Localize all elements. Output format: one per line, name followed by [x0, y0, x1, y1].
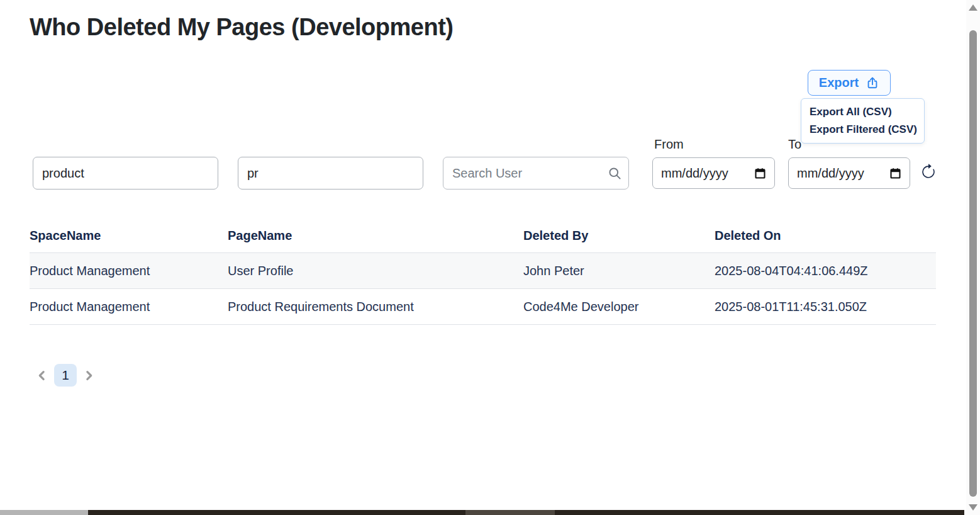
to-date-input[interactable]: mm/dd/yyyy	[788, 157, 910, 189]
from-label: From	[654, 137, 684, 152]
table-row[interactable]: Product Management Product Requirements …	[30, 289, 936, 325]
cell-deleted-on: 2025-08-04T04:41:06.449Z	[715, 264, 936, 278]
user-search-input[interactable]	[443, 157, 629, 190]
calendar-icon[interactable]	[889, 167, 902, 180]
vertical-scrollbar[interactable]	[966, 0, 980, 515]
space-filter-input[interactable]	[33, 157, 218, 190]
page-title: Who Deleted My Pages (Development)	[30, 14, 453, 41]
column-header-pagename: PageName	[228, 229, 523, 243]
column-header-deleted-by: Deleted By	[523, 229, 715, 243]
scrollbar-down-arrow-icon[interactable]	[969, 504, 977, 511]
table-row[interactable]: Product Management User Profile John Pet…	[30, 253, 936, 289]
bottom-edge-segment	[0, 510, 88, 515]
search-icon	[608, 166, 622, 183]
next-page-button[interactable]	[82, 369, 96, 382]
chevron-left-icon	[36, 370, 47, 381]
pagination: 1	[35, 364, 96, 387]
cell-page-name: User Profile	[228, 264, 523, 278]
bottom-edge-segment	[555, 510, 964, 515]
column-header-deleted-on: Deleted On	[715, 229, 936, 243]
cell-deleted-by: Code4Me Developer	[523, 300, 715, 314]
export-filtered-menu-item[interactable]: Export Filtered (CSV)	[801, 121, 924, 139]
to-label: To	[788, 137, 801, 152]
page-filter-input[interactable]	[238, 157, 423, 190]
refresh-button[interactable]	[920, 163, 938, 181]
export-button[interactable]: Export	[808, 70, 891, 96]
table-header-row: SpaceName PageName Deleted By Deleted On	[30, 222, 936, 253]
export-all-menu-item[interactable]: Export All (CSV)	[801, 103, 924, 121]
who-deleted-my-pages-app: Who Deleted My Pages (Development) Expor…	[0, 0, 980, 515]
export-button-label: Export	[819, 76, 859, 90]
bottom-edge-segment	[465, 510, 555, 515]
bottom-edge-segment	[88, 510, 465, 515]
chevron-right-icon	[84, 370, 94, 381]
export-menu: Export All (CSV) Export Filtered (CSV)	[801, 98, 925, 144]
calendar-icon[interactable]	[754, 167, 767, 180]
scrollbar-up-arrow-icon[interactable]	[969, 4, 977, 11]
current-page-button[interactable]: 1	[54, 364, 77, 387]
cell-space-name: Product Management	[30, 264, 228, 278]
user-search-box	[443, 157, 629, 190]
from-date-input[interactable]: mm/dd/yyyy	[652, 157, 775, 189]
prev-page-button[interactable]	[35, 369, 48, 382]
scrollbar-thumb[interactable]	[969, 30, 977, 497]
refresh-icon	[920, 164, 938, 180]
cell-deleted-by: John Peter	[523, 264, 715, 278]
upload-icon	[866, 76, 879, 90]
bottom-window-edge	[0, 510, 964, 515]
cell-space-name: Product Management	[30, 300, 228, 314]
cell-page-name: Product Requirements Document	[228, 300, 523, 314]
column-header-spacename: SpaceName	[30, 229, 228, 243]
cell-deleted-on: 2025-08-01T11:45:31.050Z	[715, 300, 936, 314]
deleted-pages-table: SpaceName PageName Deleted By Deleted On…	[30, 222, 936, 325]
to-date-value: mm/dd/yyyy	[797, 166, 864, 181]
from-date-value: mm/dd/yyyy	[661, 166, 728, 181]
